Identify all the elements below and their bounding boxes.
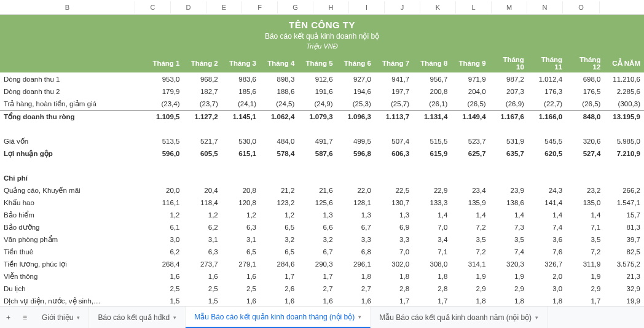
cell-value[interactable]: 7,4 — [490, 246, 528, 258]
cell-value[interactable] — [145, 123, 183, 135]
cell-value[interactable]: (300,3) — [604, 98, 644, 111]
table-row[interactable]: Tổng doanh thu ròng1.109,51.127,21.145,1… — [0, 110, 644, 123]
cell-value[interactable]: (26,9) — [490, 98, 528, 111]
cell-value[interactable]: 2,5 — [183, 283, 221, 295]
cell-value[interactable]: 1,8 — [413, 270, 451, 283]
cell-value[interactable]: 176,3 — [528, 85, 566, 98]
cell-value[interactable]: 3,5 — [566, 233, 604, 246]
cell-value[interactable]: 314,1 — [451, 258, 489, 270]
cell-value[interactable] — [337, 160, 375, 172]
cell-value[interactable]: 23,2 — [566, 184, 604, 197]
cell-value[interactable]: 2,5 — [222, 283, 260, 295]
cell-value[interactable]: (25,7) — [375, 98, 413, 111]
column-letter[interactable]: B — [0, 1, 135, 14]
cell-value[interactable]: (23,7) — [183, 98, 221, 111]
cell-value[interactable]: 3,5 — [490, 233, 528, 246]
column-letter[interactable]: I — [349, 1, 385, 14]
cell-value[interactable]: 118,4 — [183, 197, 221, 209]
cell-value[interactable]: 3,3 — [337, 233, 375, 246]
cell-value[interactable]: 983,6 — [222, 73, 260, 85]
cell-value[interactable] — [490, 172, 528, 184]
cell-value[interactable]: 7,6 — [528, 246, 566, 258]
cell-value[interactable]: 6,7 — [298, 246, 336, 258]
cell-value[interactable]: 320,3 — [490, 258, 528, 270]
cell-value[interactable] — [298, 172, 336, 184]
cell-value[interactable]: 308,0 — [413, 258, 451, 270]
cell-value[interactable]: (23,4) — [145, 98, 183, 111]
cell-value[interactable]: 530,0 — [222, 135, 260, 147]
cell-value[interactable]: 24,3 — [528, 184, 566, 197]
cell-value[interactable]: 6,5 — [260, 246, 298, 258]
cell-value[interactable]: 21,6 — [298, 184, 336, 197]
cell-value[interactable]: 953,0 — [145, 73, 183, 85]
cell-value[interactable]: 15,7 — [604, 209, 644, 221]
cell-value[interactable]: 1.145,1 — [222, 110, 260, 123]
cell-value[interactable]: 941,7 — [375, 73, 413, 85]
cell-value[interactable]: 311,9 — [566, 258, 604, 270]
column-letter[interactable]: C — [135, 1, 171, 14]
cell-value[interactable] — [490, 123, 528, 135]
cell-value[interactable]: 3,1 — [183, 233, 221, 246]
cell-value[interactable]: 82,5 — [604, 246, 644, 258]
cell-value[interactable] — [413, 123, 451, 135]
cell-value[interactable]: 587,6 — [298, 147, 336, 160]
cell-value[interactable]: 1,5 — [183, 295, 221, 307]
cell-value[interactable]: 22,9 — [413, 184, 451, 197]
cell-value[interactable]: 128,1 — [337, 197, 375, 209]
cell-value[interactable]: 578,4 — [260, 147, 298, 160]
cell-value[interactable]: 284,6 — [260, 258, 298, 270]
cell-value[interactable]: 320,6 — [566, 135, 604, 147]
cell-value[interactable]: 21,3 — [604, 270, 644, 283]
cell-value[interactable]: 32,9 — [604, 283, 644, 295]
cell-value[interactable]: 523,7 — [451, 135, 489, 147]
cell-value[interactable]: 545,5 — [528, 135, 566, 147]
cell-value[interactable]: (26,5) — [566, 98, 604, 111]
cell-value[interactable] — [413, 172, 451, 184]
cell-value[interactable]: 1,4 — [566, 209, 604, 221]
cell-value[interactable]: 5.985,0 — [604, 135, 644, 147]
cell-value[interactable]: 2,9 — [566, 283, 604, 295]
column-letter[interactable]: F — [242, 1, 278, 14]
cell-value[interactable]: 2,5 — [145, 283, 183, 295]
cell-value[interactable]: 1.079,3 — [298, 110, 336, 123]
cell-value[interactable]: 848,0 — [566, 110, 604, 123]
cell-value[interactable] — [528, 160, 566, 172]
cell-value[interactable]: 7,4 — [528, 221, 566, 233]
cell-value[interactable]: 7,1 — [566, 221, 604, 233]
cell-value[interactable]: 2,9 — [490, 283, 528, 295]
cell-value[interactable]: 1,7 — [375, 295, 413, 307]
cell-value[interactable]: 3,4 — [413, 233, 451, 246]
cell-value[interactable]: 7.210,9 — [604, 147, 644, 160]
cell-value[interactable] — [260, 160, 298, 172]
cell-value[interactable]: 2.285,6 — [604, 85, 644, 98]
cell-value[interactable]: 3,3 — [375, 233, 413, 246]
cell-value[interactable]: 1.109,5 — [145, 110, 183, 123]
cell-value[interactable]: 3,2 — [260, 233, 298, 246]
cell-value[interactable] — [451, 123, 489, 135]
cell-value[interactable]: 123,2 — [260, 197, 298, 209]
cell-value[interactable]: 6,3 — [222, 221, 260, 233]
cell-value[interactable] — [375, 172, 413, 184]
cell-value[interactable] — [337, 123, 375, 135]
cell-value[interactable]: 20,4 — [183, 184, 221, 197]
cell-value[interactable]: 987,2 — [490, 73, 528, 85]
cell-value[interactable]: 3,6 — [528, 233, 566, 246]
cell-value[interactable]: 1,5 — [145, 295, 183, 307]
cell-value[interactable]: 20,0 — [145, 184, 183, 197]
cell-value[interactable]: 7,1 — [413, 246, 451, 258]
cell-value[interactable]: 204,0 — [451, 85, 489, 98]
cell-value[interactable]: 191,6 — [298, 85, 336, 98]
cell-value[interactable]: 268,4 — [145, 258, 183, 270]
cell-value[interactable]: 6,6 — [298, 221, 336, 233]
cell-value[interactable]: 22,5 — [375, 184, 413, 197]
cell-value[interactable]: 968,2 — [183, 73, 221, 85]
cell-value[interactable]: 197,7 — [375, 85, 413, 98]
table-row[interactable]: Khấu hao116,1118,4120,8123,2125,6128,113… — [0, 197, 644, 209]
table-row[interactable]: Dòng doanh thu 1953,0968,2983,6898,3912,… — [0, 73, 644, 85]
cell-value[interactable]: 971,9 — [451, 73, 489, 85]
cell-value[interactable]: 266,2 — [604, 184, 644, 197]
cell-value[interactable]: 7,0 — [375, 246, 413, 258]
cell-value[interactable]: 1,9 — [490, 270, 528, 283]
cell-value[interactable]: 302,0 — [375, 258, 413, 270]
cell-value[interactable]: 1,9 — [451, 270, 489, 283]
